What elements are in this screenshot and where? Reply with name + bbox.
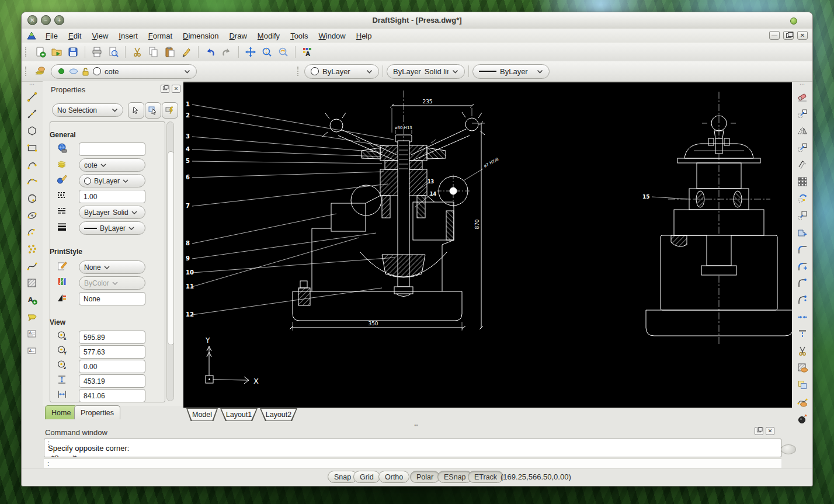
scale-tool[interactable] — [794, 207, 811, 224]
view-width-field[interactable]: 841.06 — [79, 389, 145, 402]
fillet-radius-tool[interactable] — [794, 258, 811, 274]
sheets-tool[interactable] — [794, 376, 811, 393]
linescale-field[interactable]: 1.00 — [79, 190, 145, 203]
callout-tool[interactable] — [24, 308, 40, 325]
annotation-tool[interactable]: A — [24, 291, 40, 308]
center-y-field[interactable]: 577.63 — [79, 345, 145, 359]
zoom-previous-button[interactable] — [275, 44, 291, 60]
select-matching-button[interactable] — [145, 102, 161, 119]
stretch-tool[interactable] — [794, 224, 811, 241]
toolbar-grip[interactable] — [25, 67, 28, 76]
arc-3point-tool[interactable] — [24, 173, 40, 190]
move-tool[interactable] — [794, 139, 811, 156]
delete-tool[interactable] — [794, 88, 811, 105]
offset-tool[interactable] — [794, 156, 811, 173]
menu-view[interactable]: View — [86, 30, 113, 41]
elliptical-arc-tool[interactable] — [24, 224, 40, 241]
lineweight-combobox[interactable]: ByLayer — [472, 64, 550, 79]
menu-edit[interactable]: Edit — [63, 30, 86, 41]
menu-format[interactable]: Format — [143, 30, 178, 41]
command-input[interactable]: : — [44, 458, 781, 468]
grid-toggle[interactable]: Grid — [353, 471, 380, 483]
command-history[interactable]: : Specify opposite corner: : *Cancel* — [44, 439, 781, 457]
menu-file[interactable]: File — [40, 30, 63, 41]
chamfer-tool[interactable] — [794, 274, 811, 291]
toolbar-grip[interactable] — [297, 67, 300, 76]
menu-window[interactable]: Window — [313, 30, 350, 41]
rectangle-tool[interactable] — [24, 139, 40, 156]
center-x-field[interactable]: 595.89 — [79, 331, 145, 344]
tab-layout2[interactable]: Layout2 — [260, 408, 297, 421]
explode-tool[interactable] — [794, 410, 811, 427]
command-close-button[interactable]: ✕ — [766, 427, 774, 435]
toolbar-grip[interactable] — [25, 47, 28, 57]
printcolor-combobox[interactable]: ByColor — [79, 276, 145, 290]
mirror-tool[interactable] — [794, 122, 811, 139]
command-restore-button[interactable] — [755, 427, 763, 435]
menu-help[interactable]: Help — [351, 30, 377, 41]
esnap-toggle[interactable]: ESnap — [437, 471, 472, 483]
properties-scrollbar[interactable] — [166, 121, 174, 401]
pattern-tool[interactable] — [794, 173, 811, 190]
circle-tool[interactable] — [24, 190, 40, 207]
linestyle-property-combobox[interactable]: ByLayer Solid — [79, 206, 145, 219]
note-tool[interactable]: A — [24, 325, 40, 342]
properties-close-button[interactable]: ✕ — [172, 85, 180, 93]
quick-select-button[interactable] — [162, 102, 178, 119]
mdi-close-button[interactable]: ✕ — [797, 31, 808, 40]
redo-button[interactable] — [218, 44, 235, 60]
view-height-field[interactable]: 453.19 — [79, 374, 145, 388]
linecolor-combobox[interactable]: ByLayer — [304, 64, 379, 79]
ortho-toggle[interactable]: Ortho — [378, 471, 409, 483]
edit-polyline-tool[interactable] — [794, 393, 811, 410]
paste-button[interactable] — [162, 44, 178, 60]
tab-properties[interactable]: Properties — [74, 405, 120, 419]
polygon-tool[interactable] — [24, 122, 40, 139]
new-file-button[interactable] — [32, 44, 48, 60]
fillet-tool[interactable] — [794, 241, 811, 258]
tab-layout1[interactable]: Layout1 — [220, 408, 258, 421]
scrollbar-thumb[interactable] — [168, 151, 174, 345]
splitter-grip[interactable]: ▪▪ — [414, 422, 418, 428]
name-field[interactable] — [79, 142, 145, 156]
linecolor-property-combobox[interactable]: ByLayer — [79, 174, 145, 187]
select-entities-button[interactable] — [128, 102, 144, 119]
zoom-dynamic-button[interactable] — [259, 44, 275, 60]
linestyle-combobox[interactable]: ByLayer Solid line — [387, 64, 465, 79]
properties-restore-button[interactable] — [161, 85, 169, 93]
undo-button[interactable] — [202, 44, 218, 60]
copy-entity-tool[interactable] — [794, 105, 811, 122]
command-scroll-knob[interactable] — [781, 444, 796, 454]
menu-draw[interactable]: Draw — [224, 30, 252, 41]
edit-hatch-tool[interactable] — [794, 359, 811, 376]
simple-note-tool[interactable]: A — [24, 342, 40, 359]
drawing-canvas[interactable]: 235 ø30 H13 ø7 H7/8 870 350 1 2 3 4 5 6 … — [183, 82, 792, 408]
spline-tool[interactable] — [24, 258, 40, 274]
polar-toggle[interactable]: Polar — [410, 471, 440, 483]
mdi-minimize-button[interactable]: — — [769, 31, 780, 40]
menu-tools[interactable]: Tools — [285, 30, 313, 41]
mdi-restore-button[interactable] — [783, 31, 794, 40]
center-z-field[interactable]: 0.00 — [79, 360, 145, 373]
print-preview-button[interactable] — [105, 44, 121, 60]
properties-painter-button[interactable] — [178, 44, 194, 60]
ellipse-tool[interactable] — [24, 207, 40, 224]
menu-dimension[interactable]: Dimension — [178, 30, 224, 41]
tab-home[interactable]: Home — [45, 405, 77, 419]
arc-tool[interactable] — [24, 156, 40, 173]
selection-combobox[interactable]: No Selection — [52, 103, 123, 117]
etrack-toggle[interactable]: ETrack — [468, 471, 503, 483]
split-tool[interactable] — [794, 342, 811, 359]
rotate-tool[interactable] — [794, 190, 811, 207]
save-button[interactable] — [65, 44, 81, 60]
layer-combobox[interactable]: cote — [51, 64, 197, 79]
trim-tool[interactable] — [794, 308, 811, 325]
cut-button[interactable] — [129, 44, 145, 60]
open-file-button[interactable] — [48, 44, 65, 60]
menu-insert[interactable]: Insert — [113, 30, 143, 41]
layers-manager-button[interactable] — [32, 64, 48, 79]
chamfer-angle-tool[interactable] — [794, 291, 811, 308]
construction-line-tool[interactable] — [24, 105, 40, 122]
print-button[interactable] — [89, 44, 105, 60]
copy-button[interactable] — [145, 44, 162, 60]
